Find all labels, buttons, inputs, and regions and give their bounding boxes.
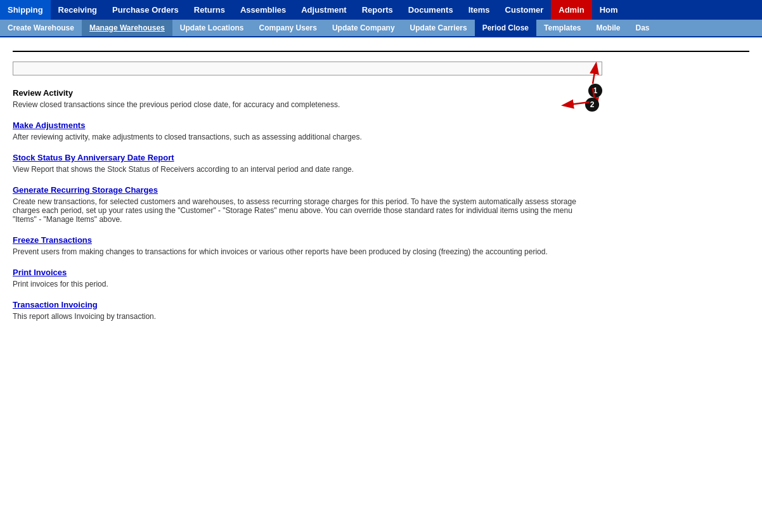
content-wrapper: Review ActivityReview closed transaction… [13,62,749,321]
section-4: Freeze TransactionsPrevent users from ma… [13,235,749,256]
section-6: Transaction InvoicingThis report allows … [13,300,749,321]
top-nav-item-reports[interactable]: Reports [354,0,401,20]
top-nav-item-hom[interactable]: Hom [592,0,626,20]
top-nav-item-assemblies[interactable]: Assemblies [233,0,294,20]
section-desc-6: This report allows Invoicing by transact… [13,312,596,321]
section-heading-link-2[interactable]: Stock Status By Anniversary Date Report [13,153,174,162]
sub-nav-item-company-users[interactable]: Company Users [252,20,325,36]
page-content: Review ActivityReview closed transaction… [0,37,762,342]
sub-nav-item-update-locations[interactable]: Update Locations [172,20,252,36]
section-heading-link-5[interactable]: Print Invoices [13,268,67,277]
info-box [13,62,602,75]
sub-nav-item-update-company[interactable]: Update Company [325,20,403,36]
section-desc-2: View Report that shows the Stock Status … [13,165,596,174]
top-nav-item-items[interactable]: Items [461,0,498,20]
top-nav-item-customer[interactable]: Customer [498,0,552,20]
section-heading-link-1[interactable]: Make Adjustments [13,120,85,130]
sub-nav-item-create-warehouse[interactable]: Create Warehouse [0,20,82,36]
top-nav-item-shipping[interactable]: Shipping [0,0,51,20]
section-desc-5: Print invoices for this period. [13,280,596,289]
sub-nav-item-templates[interactable]: Templates [536,20,588,36]
top-nav-item-documents[interactable]: Documents [401,0,461,20]
section-desc-0: Review closed transactions since the pre… [13,100,596,109]
sub-nav-item-manage-warehouses[interactable]: Manage Warehouses [82,20,172,36]
section-5: Print InvoicesPrint invoices for this pe… [13,268,749,289]
section-0: Review ActivityReview closed transaction… [13,88,749,109]
section-2: Stock Status By Anniversary Date ReportV… [13,153,749,174]
section-heading-link-3[interactable]: Generate Recurring Storage Charges [13,185,158,195]
sub-nav-item-mobile[interactable]: Mobile [588,20,628,36]
top-nav-item-adjustment[interactable]: Adjustment [294,0,354,20]
top-nav-item-purchase-orders[interactable]: Purchase Orders [105,0,186,20]
sub-nav-item-period-close[interactable]: Period Close [475,20,536,36]
sub-nav-item-das[interactable]: Das [628,20,657,36]
sub-nav-item-update-carriers[interactable]: Update Carriers [403,20,475,36]
section-1: Make AdjustmentsAfter reviewing activity… [13,120,749,141]
section-desc-3: Create new transactions, for selected cu… [13,197,596,224]
top-nav-item-receiving[interactable]: Receiving [51,0,105,20]
section-desc-4: Prevent users from making changes to tra… [13,247,596,256]
section-heading-link-6[interactable]: Transaction Invoicing [13,300,98,309]
top-nav-item-returns[interactable]: Returns [186,0,233,20]
section-3: Generate Recurring Storage ChargesCreate… [13,185,749,224]
top-nav-item-admin[interactable]: Admin [551,0,591,20]
section-heading-link-4[interactable]: Freeze Transactions [13,235,92,245]
page-title [13,47,749,52]
sub-navigation[interactable]: Create WarehouseManage WarehousesUpdate … [0,20,762,37]
top-navigation[interactable]: ShippingReceivingPurchase OrdersReturnsA… [0,0,762,20]
section-desc-1: After reviewing activity, make adjustmen… [13,133,596,141]
sections-container: Review ActivityReview closed transaction… [13,88,749,321]
section-heading-0: Review Activity [13,88,749,98]
